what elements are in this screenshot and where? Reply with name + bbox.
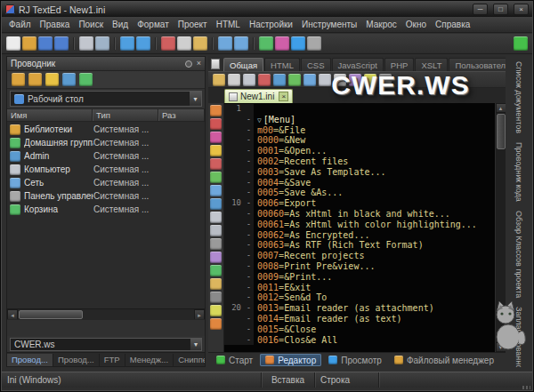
explorer-item-control-panel[interactable]: Панель управленияСистемная ...: [7, 189, 205, 203]
minimize-button[interactable]: ─: [473, 4, 488, 15]
scroll-left-icon[interactable]: ◂: [7, 309, 18, 320]
filter-dropdown-icon[interactable]: ▾: [190, 339, 201, 350]
menu-item-edit[interactable]: Правка: [36, 18, 75, 31]
explorer-item-recycle-bin[interactable]: КорзинаСистемная ...: [7, 203, 205, 216]
highlight-icon[interactable]: [273, 74, 286, 86]
marker-icon[interactable]: [210, 132, 222, 143]
code-line[interactable]: -0016=Clos&e All: [224, 335, 495, 346]
insert-list-icon[interactable]: [210, 225, 222, 236]
font-color-icon[interactable]: [210, 158, 222, 170]
insert-script-icon[interactable]: [210, 305, 222, 316]
insert-comment-icon[interactable]: [210, 292, 222, 303]
menu-item-window[interactable]: Окно: [401, 18, 431, 31]
close-button[interactable]: ×: [514, 4, 529, 15]
browser-preview-icon[interactable]: [291, 36, 305, 51]
category-tab-css[interactable]: CSS: [301, 58, 331, 71]
redo-icon[interactable]: [136, 36, 150, 51]
column-header-2[interactable]: Раз: [158, 109, 205, 121]
resize-grip[interactable]: [522, 386, 530, 389]
folder-up-icon[interactable]: [12, 73, 25, 86]
paste-icon[interactable]: [193, 36, 207, 51]
code-line[interactable]: -0002=Recent files: [224, 156, 495, 167]
save-all-icon[interactable]: [54, 36, 69, 51]
fold-icon[interactable]: ▽: [257, 116, 262, 124]
explorer-item-admin[interactable]: AdminСистемная ...: [7, 149, 205, 163]
span-tag-icon[interactable]: [210, 278, 222, 290]
code-line[interactable]: -0014=Email reader (as text): [224, 314, 495, 324]
category-tab-javascript[interactable]: JavaScript: [332, 58, 384, 71]
view-tab-preview[interactable]: Просмотр: [323, 354, 387, 366]
syntax-colors-icon[interactable]: [275, 36, 289, 51]
code-line[interactable]: -00061=As xHtml with color highlighting.…: [224, 220, 495, 230]
code-line[interactable]: -0004=&Save: [224, 178, 495, 188]
pencil-icon[interactable]: [210, 105, 222, 116]
image-icon[interactable]: [288, 74, 301, 86]
insert-link-icon[interactable]: [210, 185, 222, 196]
panel-tab-explorer-2[interactable]: Провод...: [53, 354, 100, 366]
code-line[interactable]: -m00=&File: [224, 125, 495, 136]
menu-item-tools[interactable]: Инструменты: [297, 18, 361, 31]
dropdown-arrow-icon[interactable]: ▾: [189, 92, 201, 106]
snippet-icon[interactable]: [210, 318, 222, 330]
category-tab-php[interactable]: PHP: [384, 58, 415, 71]
location-selector[interactable]: Рабочий стол ▾: [10, 91, 202, 107]
maximize-button[interactable]: □: [493, 4, 508, 15]
view-tab-start[interactable]: Старт: [211, 354, 258, 366]
code-line[interactable]: -▽[Menu]: [224, 115, 495, 125]
explorer-item-homegroup[interactable]: Домашняя группаСистемная ...: [7, 136, 205, 149]
print-icon[interactable]: [79, 36, 93, 51]
panel-tab-ftp[interactable]: FTP: [100, 354, 125, 366]
insert-table-icon[interactable]: [210, 212, 222, 223]
menu-item-html[interactable]: HTML: [212, 18, 245, 31]
insert-image-icon[interactable]: [210, 172, 222, 183]
font-icon[interactable]: [243, 74, 255, 86]
doc-tab-new1-ini[interactable]: New1.ini ×: [224, 89, 293, 103]
side-tab-project-class-view[interactable]: Обзор Классов проекта: [514, 211, 523, 298]
code-line[interactable]: -0003=Save As Template...: [224, 167, 495, 178]
menu-item-macro[interactable]: Макрос: [361, 18, 401, 31]
code-line[interactable]: -0015=&Close: [224, 324, 495, 335]
palette-icon[interactable]: [210, 145, 222, 156]
tag-icon[interactable]: [213, 74, 225, 86]
menu-item-project[interactable]: Проект: [174, 18, 212, 31]
side-tab-document-list[interactable]: Список документов: [514, 61, 523, 133]
code-line[interactable]: -0005=Save &As...: [224, 188, 495, 198]
code-line[interactable]: -0012=Sen&d To: [224, 292, 495, 303]
settings-icon[interactable]: [307, 36, 321, 51]
div-tag-icon[interactable]: [210, 265, 222, 276]
code-line[interactable]: -0009=&Print...: [224, 272, 495, 283]
side-tab-code-explorer[interactable]: Проводник кода: [514, 142, 523, 202]
refresh-icon[interactable]: [79, 73, 93, 86]
menu-item-search[interactable]: Поиск: [74, 18, 108, 31]
save-icon[interactable]: [38, 36, 53, 51]
replace-icon[interactable]: [234, 36, 248, 51]
code-line[interactable]: -0001=&Open...: [224, 146, 495, 156]
code-line[interactable]: 20-0013=Email reader (as attachment): [224, 303, 495, 314]
view-tab-editor[interactable]: Редактор: [260, 354, 321, 366]
code-line[interactable]: -0008=Print Pre&view...: [224, 261, 495, 272]
doc-close-icon[interactable]: ×: [279, 92, 288, 101]
new-folder-icon[interactable]: [28, 73, 42, 86]
code-line[interactable]: 10-0006=Export: [224, 198, 495, 209]
insert-form-icon[interactable]: [210, 252, 222, 263]
code-line[interactable]: -00062=As Encrypted...: [224, 230, 495, 241]
horizontal-rule-icon[interactable]: [210, 238, 222, 250]
scroll-up-icon[interactable]: ▲: [496, 103, 506, 113]
view-tab-file-manager[interactable]: Файловый менеджер: [389, 354, 499, 366]
favorites-icon[interactable]: [45, 73, 59, 86]
scroll-right-icon[interactable]: ▸: [194, 309, 205, 320]
find-icon[interactable]: [218, 36, 232, 51]
code-line[interactable]: -00060=As xHtml in black and white...: [224, 209, 495, 220]
menu-item-help[interactable]: Справка: [431, 18, 474, 31]
code-line[interactable]: -0011=E&xit: [224, 283, 495, 293]
explorer-item-libraries[interactable]: БиблиотекиСистемная ...: [7, 123, 205, 136]
sync-icon[interactable]: [514, 36, 528, 51]
category-tab-xslt[interactable]: XSLT: [415, 58, 448, 71]
category-tab-html[interactable]: HTML: [264, 58, 300, 71]
category-tab-custom[interactable]: Пользовательские с: [449, 58, 506, 71]
pin-icon[interactable]: [185, 60, 192, 68]
anchor-icon[interactable]: [210, 198, 222, 210]
menu-item-format[interactable]: Формат: [133, 18, 174, 31]
open-folder-icon[interactable]: [22, 36, 36, 51]
filter-input[interactable]: CWER.ws ▾: [10, 338, 202, 351]
